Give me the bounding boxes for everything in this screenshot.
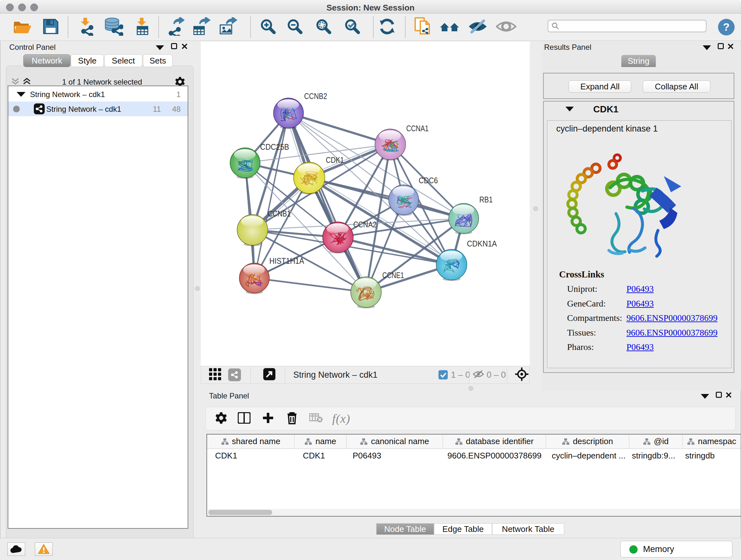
svg-text:CCNB2: CCNB2: [304, 91, 327, 101]
svg-text:CCNA2: CCNA2: [353, 220, 377, 229]
svg-text:CDKN1A: CDKN1A: [467, 239, 497, 248]
svg-text:CDK1: CDK1: [326, 155, 344, 165]
svg-text:HIST1H1A: HIST1H1A: [269, 256, 304, 265]
svg-text:CDC6: CDC6: [419, 176, 438, 185]
svg-text:CDC25B: CDC25B: [260, 142, 289, 151]
svg-text:CCNE1: CCNE1: [382, 271, 404, 280]
svg-text:RB1: RB1: [479, 195, 493, 204]
svg-text:CCNA1: CCNA1: [406, 124, 428, 133]
svg-text:CCNB1: CCNB1: [268, 209, 291, 218]
